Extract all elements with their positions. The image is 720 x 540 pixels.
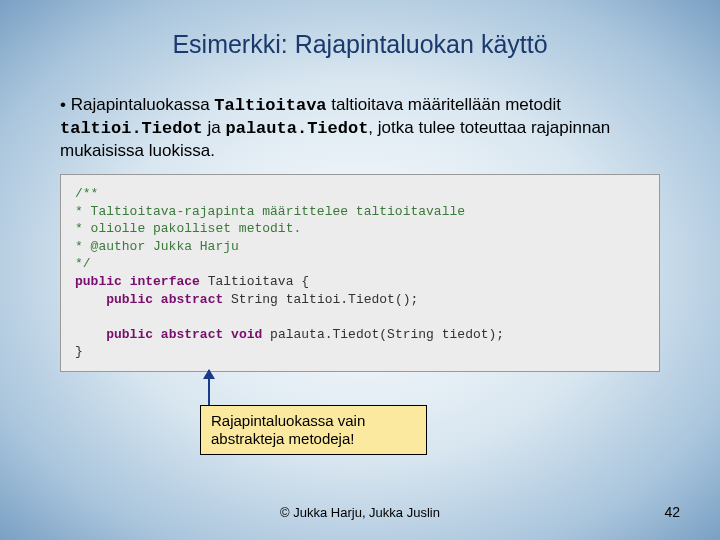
- callout-box: Rajapintaluokassa vain abstrakteja metod…: [200, 405, 427, 455]
- keyword: abstract: [161, 292, 223, 307]
- code-line: public interface Taltioitava {: [75, 273, 645, 291]
- comment-line: * Taltioitava-rajapinta määrittelee talt…: [75, 203, 645, 221]
- arrow-icon: [208, 370, 210, 406]
- comment-line: * @author Jukka Harju: [75, 238, 645, 256]
- code-inline: Taltioitava: [214, 96, 326, 115]
- code-line: }: [75, 343, 645, 361]
- keyword: public: [75, 274, 122, 289]
- code-line: public abstract String taltioi.Tiedot();: [75, 291, 645, 309]
- keyword: abstract: [161, 327, 223, 342]
- code-inline: palauta.Tiedot: [226, 119, 369, 138]
- keyword: void: [231, 327, 262, 342]
- page-number: 42: [664, 504, 680, 520]
- text: palauta.Tiedot(String tiedot);: [262, 327, 504, 342]
- text: • Rajapintaluokassa: [60, 95, 214, 114]
- code-line: public abstract void palauta.Tiedot(Stri…: [75, 326, 645, 344]
- code-block: /** * Taltioitava-rajapinta määrittelee …: [60, 174, 660, 371]
- comment-line: * oliolle pakolliset metodit.: [75, 220, 645, 238]
- code-inline: taltioi.Tiedot: [60, 119, 203, 138]
- text: String taltioi.Tiedot();: [223, 292, 418, 307]
- callout-line: Rajapintaluokassa vain: [211, 412, 416, 430]
- text: taltioitava määritellään metodit: [327, 95, 561, 114]
- keyword: public: [106, 292, 153, 307]
- slide-content: • Rajapintaluokassa Taltioitava taltioit…: [0, 59, 720, 372]
- slide-title: Esimerkki: Rajapintaluokan käyttö: [0, 0, 720, 59]
- bullet-paragraph: • Rajapintaluokassa Taltioitava taltioit…: [60, 94, 660, 162]
- keyword: public: [106, 327, 153, 342]
- footer-text: © Jukka Harju, Jukka Juslin: [0, 505, 720, 520]
- blank-line: [75, 308, 645, 326]
- comment-line: /**: [75, 185, 645, 203]
- text: ja: [203, 118, 226, 137]
- keyword: interface: [130, 274, 200, 289]
- text: Taltioitava {: [200, 274, 309, 289]
- comment-line: */: [75, 255, 645, 273]
- callout-line: abstrakteja metodeja!: [211, 430, 416, 448]
